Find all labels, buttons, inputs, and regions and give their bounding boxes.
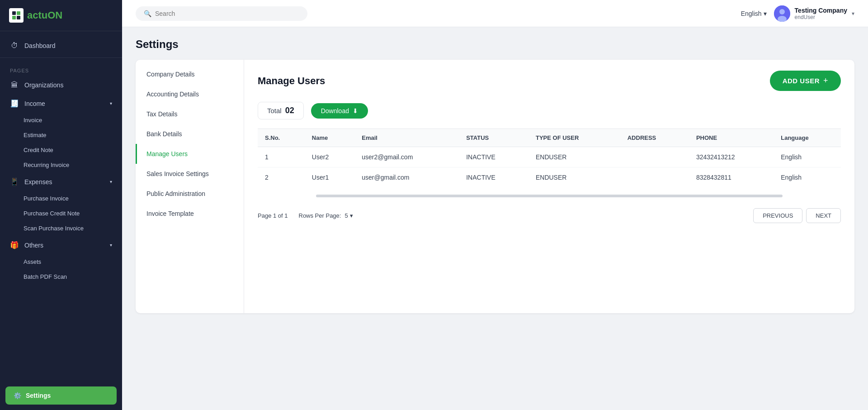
language-selector[interactable]: English ▾	[741, 10, 767, 17]
svg-rect-1	[17, 11, 20, 15]
table-header: S.No. Name Email STATUS TYPE OF USER ADD…	[258, 129, 841, 147]
svg-rect-0	[12, 11, 16, 15]
col-name: Name	[305, 129, 354, 147]
sidebar-item-credit-note[interactable]: Credit Note	[0, 143, 122, 157]
rows-per-page-select[interactable]: 5 ▾	[344, 212, 353, 219]
manage-users-header: Manage Users ADD USER +	[258, 71, 841, 91]
logo-icon	[9, 8, 24, 23]
cell-0: 1	[258, 147, 305, 167]
income-icon: 🧾	[10, 99, 19, 108]
cell-4: ENDUSER	[528, 147, 620, 167]
scan-purchase-invoice-label: Scan Purchase Invoice	[24, 225, 84, 232]
language-chevron-icon: ▾	[764, 10, 767, 17]
settings-content: Manage Users ADD USER + Total 02 Downloa…	[244, 60, 854, 313]
cell-7: English	[774, 167, 841, 188]
income-chevron-icon: ▾	[110, 101, 112, 106]
sidebar-bottom: ⚙️ Settings	[0, 381, 122, 410]
others-icon: 🎁	[10, 241, 19, 249]
others-chevron-icon: ▾	[110, 243, 112, 248]
add-user-label: ADD USER	[783, 77, 820, 85]
cell-3: INACTIVE	[459, 147, 528, 167]
cell-1: User1	[305, 167, 354, 188]
cell-6: 8328432811	[689, 167, 774, 188]
settings-nav-public-administration[interactable]: Public Administration	[136, 184, 244, 204]
purchase-credit-note-label: Purchase Credit Note	[24, 210, 80, 217]
cell-4: ENDUSER	[528, 167, 620, 188]
logo-suffix: ON	[47, 10, 62, 21]
sidebar-item-expenses[interactable]: 📱 Expenses ▾	[0, 172, 122, 191]
page-info: Page 1 of 1 Rows Per Page: 5 ▾	[258, 212, 353, 219]
download-label: Download	[321, 107, 349, 114]
user-details: Testing Company endUser	[795, 7, 847, 20]
avatar	[774, 5, 790, 22]
header-right: English ▾ Testing Company endUser ▾	[741, 5, 854, 22]
rows-per-page-label: Rows Per Page:	[299, 212, 341, 219]
logo: actuON	[0, 0, 122, 31]
previous-button[interactable]: PREVIOUS	[753, 208, 802, 223]
settings-nav-company-details[interactable]: Company Details	[136, 64, 244, 84]
settings-button[interactable]: ⚙️ Settings	[5, 386, 117, 405]
sidebar-item-assets[interactable]: Assets	[0, 254, 122, 269]
rows-chevron-icon: ▾	[350, 212, 353, 219]
settings-sidebar: Company Details Accounting Details Tax D…	[136, 60, 244, 313]
cell-5	[620, 167, 689, 188]
settings-nav-invoice-template[interactable]: Invoice Template	[136, 204, 244, 224]
settings-nav-accounting-details[interactable]: Accounting Details	[136, 84, 244, 104]
assets-label: Assets	[24, 258, 41, 265]
rows-value: 5	[344, 212, 348, 219]
sidebar-organizations-label: Organizations	[24, 81, 112, 89]
purchase-invoice-label: Purchase Invoice	[24, 195, 69, 202]
cell-5	[620, 147, 689, 167]
cell-2: user2@gmail.com	[354, 147, 459, 167]
settings-nav-bank-details[interactable]: Bank Details	[136, 124, 244, 144]
cell-6: 32432413212	[689, 147, 774, 167]
search-bar[interactable]: 🔍	[136, 6, 307, 21]
logo-prefix: actu	[27, 10, 47, 21]
settings-nav-tax-details[interactable]: Tax Details	[136, 104, 244, 124]
credit-note-label: Credit Note	[24, 147, 53, 153]
estimate-label: Estimate	[24, 132, 47, 138]
table-row: 2User1user@gmail.comINACTIVEENDUSER83284…	[258, 167, 841, 188]
users-table-body: 1User2user2@gmail.comINACTIVEENDUSER3243…	[258, 147, 841, 188]
invoice-label: Invoice	[24, 117, 42, 124]
add-user-button[interactable]: ADD USER +	[770, 71, 841, 91]
settings-nav-manage-users[interactable]: Manage Users	[136, 144, 244, 164]
settings-layout: Company Details Accounting Details Tax D…	[136, 60, 854, 313]
col-address: ADDRESS	[620, 129, 689, 147]
cell-1: User2	[305, 147, 354, 167]
sidebar-item-batch-pdf-scan[interactable]: Batch PDF Scan	[0, 269, 122, 284]
language-label: English	[741, 10, 762, 17]
sidebar-item-dashboard[interactable]: ⏱ Dashboard	[0, 37, 122, 55]
col-sno: S.No.	[258, 129, 305, 147]
sidebar-item-purchase-credit-note[interactable]: Purchase Credit Note	[0, 206, 122, 221]
sidebar-item-purchase-invoice[interactable]: Purchase Invoice	[0, 191, 122, 206]
col-status: STATUS	[459, 129, 528, 147]
svg-rect-2	[12, 16, 16, 19]
download-button[interactable]: Download ⬇	[311, 103, 368, 119]
expenses-icon: 📱	[10, 177, 19, 186]
user-role: endUser	[795, 14, 847, 20]
user-info[interactable]: Testing Company endUser ▾	[774, 5, 854, 22]
page-number: Page 1 of 1	[258, 212, 288, 219]
cell-0: 2	[258, 167, 305, 188]
settings-label: Settings	[26, 392, 51, 399]
sidebar-expenses-label: Expenses	[24, 178, 104, 186]
sidebar-item-others[interactable]: 🎁 Others ▾	[0, 236, 122, 254]
sidebar-item-income[interactable]: 🧾 Income ▾	[0, 94, 122, 113]
sidebar-others-label: Others	[24, 242, 104, 249]
settings-icon: ⚙️	[14, 392, 21, 399]
sidebar-item-estimate[interactable]: Estimate	[0, 128, 122, 143]
expenses-chevron-icon: ▾	[110, 179, 112, 184]
sidebar-item-invoice[interactable]: Invoice	[0, 113, 122, 128]
col-type-of-user: TYPE OF USER	[528, 129, 620, 147]
settings-nav-sales-invoice-settings[interactable]: Sales Invoice Settings	[136, 164, 244, 184]
search-input[interactable]	[155, 10, 299, 17]
sidebar-item-scan-purchase-invoice[interactable]: Scan Purchase Invoice	[0, 221, 122, 236]
sidebar-item-organizations[interactable]: 🏛 Organizations	[0, 76, 122, 94]
content: Settings Company Details Accounting Deta…	[122, 27, 868, 410]
scroll-indicator[interactable]	[316, 195, 783, 197]
next-button[interactable]: NEXT	[806, 208, 841, 223]
sidebar-item-label: Dashboard	[24, 42, 112, 49]
batch-pdf-scan-label: Batch PDF Scan	[24, 273, 67, 280]
sidebar-item-recurring-invoice[interactable]: Recurring Invoice	[0, 157, 122, 172]
